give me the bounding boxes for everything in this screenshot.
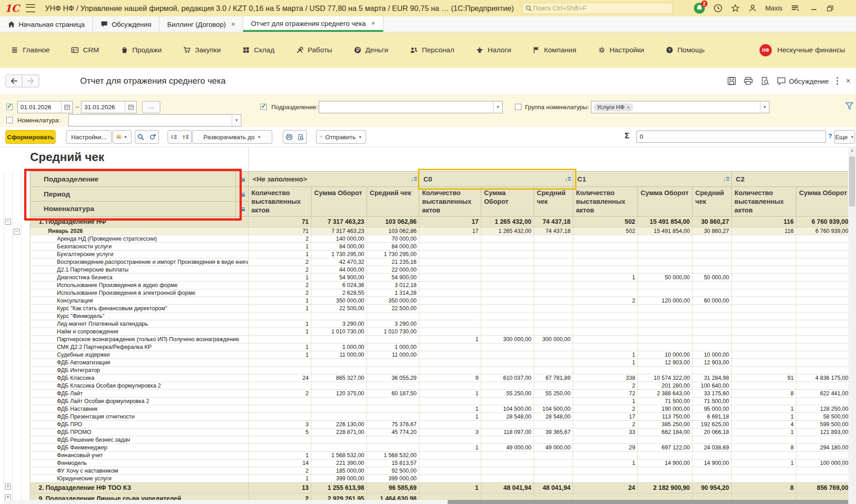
date-from-input[interactable]: 01.01.2026 (17, 101, 73, 113)
ribbon-item-money[interactable]: Деньги (354, 46, 388, 54)
row-dimension-nomenclature[interactable]: Номенклатура (31, 202, 236, 217)
nomenclature-group-checkbox[interactable] (515, 104, 521, 110)
row-label[interactable]: Курс "Финмодель" (31, 312, 249, 320)
table-row[interactable]: Лид-магнит Платежный календарь13 290,003… (31, 320, 856, 328)
more-button[interactable]: Еще▼ (834, 130, 855, 144)
back-button[interactable] (5, 75, 22, 87)
sort-icon[interactable]: ↓ (724, 176, 730, 181)
column-group-c2[interactable]: С2 (732, 171, 856, 187)
ribbon-item-company[interactable]: Компания (533, 46, 576, 54)
help-link[interactable]: ? (828, 132, 832, 140)
row-label[interactable]: ФДБ Классика (31, 374, 249, 382)
table-row[interactable]: Воспроизведение,распространение и импорт… (31, 258, 856, 266)
print-icon[interactable] (283, 130, 295, 144)
chevron-down-icon[interactable]: ▼ (232, 115, 241, 126)
row-label[interactable]: ФДБ ПРО (31, 421, 249, 428)
nomenclature-checkbox[interactable] (6, 117, 13, 123)
table-row[interactable]: Судебные издержки111 000,0011 000,00110 … (31, 351, 856, 359)
table-row[interactable]: ФДБ ПРОМО5228 871,0045 774,203118 097,00… (31, 428, 856, 436)
collapse-toggle[interactable]: − (5, 219, 11, 225)
expand-toggle[interactable]: + (5, 484, 11, 489)
row-label[interactable]: ФДБ Презентация отчетности (31, 413, 249, 421)
table-row[interactable]: Д2.1 Партнерские выплаты244 000,0022 000… (31, 266, 856, 274)
row-label[interactable]: ФДБ ПРОМО (31, 428, 249, 436)
row-label[interactable]: Найм и сопровождение (31, 328, 249, 336)
ribbon-item-partner[interactable]: Нескучные финансы (777, 46, 845, 54)
measure-header[interactable]: Количество выставленных актов (573, 187, 638, 217)
row-label[interactable]: ФУ Хочу с наставником (31, 467, 249, 475)
date-to-input[interactable]: 31.01.2026 (81, 101, 137, 113)
ribbon-item-works[interactable]: Работы (296, 46, 332, 54)
ribbon-item-main[interactable]: Главное (11, 46, 50, 54)
nf-badge-icon[interactable]: НФ (759, 44, 772, 56)
restore-button[interactable] (827, 5, 833, 11)
row-label[interactable]: ФДБ Финменеджер (31, 444, 249, 452)
table-row[interactable]: Использование Произведения в электронной… (31, 289, 856, 297)
ribbon-item-help[interactable]: ? Помощь (666, 46, 705, 54)
settings-button[interactable]: Настройки... (66, 130, 112, 144)
row-label[interactable]: ФДБ Классика Особая формулировка 2 (31, 382, 249, 390)
expand-rows-icon[interactable] (179, 130, 192, 144)
table-row[interactable]: Аренда НД (Проведение стратсессии)2140 0… (31, 235, 856, 243)
table-row[interactable]: ФДБ Финменеджер149 000,0049 000,0029697 … (31, 444, 856, 452)
row-label[interactable]: Лид-магнит Платежный календарь (31, 320, 249, 328)
measure-header[interactable]: Количество выставленных актов (249, 187, 311, 217)
more-menu-icon[interactable] (836, 76, 839, 86)
horizontal-scroll-thumb[interactable] (448, 500, 848, 504)
table-row[interactable]: 1. Подразделение НФ717 317 463,23103 062… (31, 217, 856, 227)
column-group-c1[interactable]: С1↓ (573, 171, 732, 187)
sort-icon[interactable]: ↓ (239, 207, 245, 212)
ribbon-item-personnel[interactable]: Персонал (410, 46, 454, 54)
row-label[interactable]: Бухгалтерские услуги (31, 251, 249, 258)
remove-tag-icon[interactable]: × (627, 105, 629, 110)
row-label[interactable]: Использование Произведения в аудио форме (31, 282, 249, 289)
row-label[interactable]: Юридические услуги (31, 475, 249, 483)
print-icon[interactable] (744, 76, 753, 86)
ribbon-item-warehouse[interactable]: Склад (242, 46, 275, 54)
table-row[interactable]: ФДБ Наставник1104 500,00104 500,002190 0… (31, 405, 856, 413)
main-menu-icon[interactable] (26, 4, 35, 12)
table-row[interactable]: ФДБ Интегратор (31, 367, 856, 374)
row-label[interactable]: Судебные издержки (31, 351, 249, 359)
row-label[interactable]: Аренда НД (Проведение стратсессии) (31, 235, 249, 243)
tab-home[interactable]: Начальная страница (0, 16, 93, 32)
row-label[interactable]: ФДБ Наставник (31, 405, 249, 413)
table-row[interactable]: ФДБ Автоматизация112 903,0012 903,00 (31, 359, 856, 367)
table-row[interactable]: Безопасности услуги184 000,0084 000,00 (31, 243, 856, 251)
measure-header[interactable]: Количество выставленных актов (732, 187, 796, 217)
global-search[interactable] (522, 3, 673, 14)
row-label[interactable]: 2. Подразделение НФ ТОО КЗ (31, 483, 249, 494)
measure-header[interactable]: Количество выставленных актов (419, 187, 481, 217)
tab-average-check-report[interactable]: Отчет для отражения среднего чека × (243, 16, 383, 32)
period-checkbox[interactable] (6, 104, 13, 110)
ribbon-item-purchases[interactable]: Закупки (183, 46, 221, 54)
minimize-button[interactable] (811, 5, 817, 11)
nomenclature-select[interactable]: ▼ (68, 114, 241, 126)
table-row[interactable]: 2. Подразделение НФ ТОО КЗ131 255 613,98… (31, 483, 856, 494)
save-icon[interactable] (727, 76, 736, 86)
measure-header[interactable]: Средний чек (534, 187, 573, 217)
history-icon[interactable] (713, 4, 723, 13)
table-row[interactable]: Диагностика бизнеса154 900,0054 900,0015… (31, 274, 856, 282)
table-row[interactable]: ФДБ Лайт Особая формулировка 2171 500,00… (31, 398, 856, 405)
discussion-button[interactable]: Обсуждение (777, 77, 829, 86)
measure-header[interactable]: Сумма Оборот (481, 187, 534, 217)
filter-funnel-icon[interactable] (845, 102, 854, 111)
row-label[interactable]: Использование Произведения в электронной… (31, 289, 249, 297)
expand-to-dropdown[interactable]: Разворачивать до▼ (192, 130, 272, 144)
search-input[interactable] (532, 4, 669, 12)
table-row[interactable]: ФДБ Классика24865 327,0036 055,299610 03… (31, 374, 856, 382)
period-options-button[interactable]: ... (142, 101, 160, 113)
table-row[interactable]: Финансовый учет11 568 532,001 568 532,00 (31, 452, 856, 459)
table-row[interactable]: ФУ Хочу с наставником2185 000,0092 500,0… (31, 467, 856, 475)
row-label[interactable]: ФДБ Лайт Особая формулировка 2 (31, 398, 249, 405)
row-label[interactable]: Воспроизведение,распространение и импорт… (31, 258, 249, 266)
sort-icon[interactable]: ↓ (239, 192, 245, 197)
table-row[interactable]: Найм и сопровождение11 010 730,001 010 7… (31, 328, 856, 336)
row-dimension-period[interactable]: Период (31, 187, 236, 202)
user-name[interactable]: Maxis (765, 5, 783, 12)
table-row[interactable]: Бухгалтерские услуги11 730 295,001 730 2… (31, 251, 856, 258)
print-preview-icon[interactable] (760, 76, 769, 86)
row-label[interactable]: Партнерское вознаграждение (только ИП) П… (31, 336, 249, 343)
measure-header[interactable]: Средний чек (693, 187, 732, 217)
